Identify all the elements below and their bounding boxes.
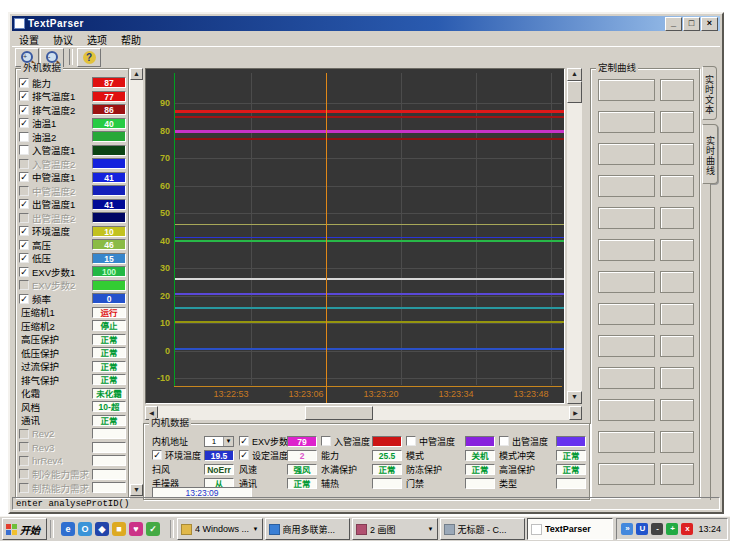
maximize-button[interactable]: □ xyxy=(683,17,700,31)
chevron-down-icon[interactable]: ▼ xyxy=(223,437,233,446)
checkbox-中管温度[interactable] xyxy=(406,436,416,446)
custom-curve-slot[interactable] xyxy=(598,143,655,165)
scrollbar-thumb[interactable] xyxy=(305,406,373,420)
custom-curve-slot[interactable] xyxy=(598,431,655,453)
task-button-3[interactable]: 2 画图▼ xyxy=(352,518,438,540)
title-bar[interactable]: TextParser _ □ × xyxy=(12,16,720,31)
chart-cursor-line[interactable] xyxy=(326,73,327,403)
custom-curve-value-slot[interactable] xyxy=(660,79,694,101)
custom-curve-slot[interactable] xyxy=(598,207,655,229)
checkbox-油温1[interactable]: ✓ xyxy=(19,118,29,128)
checkbox-EXV步数[interactable]: ✓ xyxy=(239,436,249,446)
custom-curve-value-slot[interactable] xyxy=(660,143,694,165)
checkbox-中管温度2[interactable] xyxy=(19,186,29,196)
checkbox-出管温度[interactable] xyxy=(499,436,509,446)
checkbox-入管温度1[interactable] xyxy=(19,145,29,155)
checkbox-高压[interactable]: ✓ xyxy=(19,240,29,250)
custom-curve-slot[interactable] xyxy=(598,175,655,197)
start-button[interactable]: 开始 xyxy=(2,518,47,540)
checkbox-制冷能力需求[interactable] xyxy=(19,469,29,479)
chart-vertical-scrollbar[interactable]: ▲▼ xyxy=(567,68,582,404)
checkbox-排气温度1[interactable]: ✓ xyxy=(19,91,29,101)
task-button-4[interactable]: 无标题 - C... xyxy=(440,518,526,540)
task-button-1[interactable]: 4 Windows ...▼ xyxy=(177,518,263,540)
tray-icon-5[interactable]: x xyxy=(681,523,693,535)
checkbox-环境温度[interactable]: ✓ xyxy=(152,450,162,460)
indoor-address-dropdown[interactable]: 1▼ xyxy=(204,436,234,447)
checkbox-EXV步数1[interactable]: ✓ xyxy=(19,267,29,277)
tab-实时曲线[interactable]: 实时曲线 xyxy=(702,124,718,184)
custom-curve-value-slot[interactable] xyxy=(660,431,694,453)
task-button-5[interactable]: TextParser xyxy=(527,518,613,540)
tray-icon-2[interactable]: U xyxy=(636,523,648,535)
checkbox-EXV步数2[interactable] xyxy=(19,280,29,290)
custom-curve-slot[interactable] xyxy=(598,271,655,293)
chevron-down-icon[interactable]: ▼ xyxy=(253,526,259,532)
custom-curve-value-slot[interactable] xyxy=(660,207,694,229)
menu-item-2[interactable]: 协议 xyxy=(46,32,80,47)
checkbox-设定温度[interactable]: ✓ xyxy=(239,450,249,460)
outdoor-scrollbar[interactable]: ▲▼ xyxy=(130,68,143,496)
menu-item-3[interactable]: 选项 xyxy=(80,32,114,47)
checkbox-频率[interactable]: ✓ xyxy=(19,294,29,304)
custom-curve-value-slot[interactable] xyxy=(660,239,694,261)
scroll-up-arrow-icon[interactable]: ▲ xyxy=(130,68,143,80)
custom-curve-value-slot[interactable] xyxy=(660,367,694,389)
custom-curve-value-slot[interactable] xyxy=(660,111,694,133)
quick-launch-icon-4[interactable]: ■ xyxy=(112,522,126,536)
custom-curve-value-slot[interactable] xyxy=(660,463,694,485)
scrollbar-thumb[interactable] xyxy=(567,81,582,103)
custom-curve-value-slot[interactable] xyxy=(660,175,694,197)
checkbox-入管温度[interactable] xyxy=(321,436,331,446)
menu-item-4[interactable]: 帮助 xyxy=(114,32,148,47)
help-button[interactable]: ? xyxy=(77,48,101,67)
custom-curve-value-slot[interactable] xyxy=(660,271,694,293)
minimize-button[interactable]: _ xyxy=(665,17,682,31)
chevron-down-icon[interactable]: ▼ xyxy=(428,526,434,532)
quick-launch-icon-2[interactable]: O xyxy=(78,522,92,536)
checkbox-Rev2[interactable] xyxy=(19,429,29,439)
custom-curve-slot[interactable] xyxy=(598,303,655,325)
menu-item-1[interactable]: 设置 xyxy=(12,32,46,47)
checkbox-中管温度1[interactable]: ✓ xyxy=(19,172,29,182)
quick-launch-icon-1[interactable]: e xyxy=(61,522,75,536)
scroll-down-arrow-icon[interactable]: ▼ xyxy=(567,391,582,404)
scrollbar-track[interactable] xyxy=(567,68,582,404)
task-button-2[interactable]: 商用多联第... xyxy=(265,518,351,540)
custom-curve-value-slot[interactable] xyxy=(660,335,694,357)
custom-curve-slot[interactable] xyxy=(598,367,655,389)
custom-curve-slot[interactable] xyxy=(598,463,655,485)
chart-horizontal-scrollbar[interactable]: ◀▶ xyxy=(145,406,582,420)
custom-curve-slot[interactable] xyxy=(598,111,655,133)
scroll-right-arrow-icon[interactable]: ▶ xyxy=(569,406,582,420)
scroll-up-arrow-icon[interactable]: ▲ xyxy=(567,68,582,81)
checkbox-hrRev4[interactable] xyxy=(19,456,29,466)
tray-icon-4[interactable]: + xyxy=(666,523,678,535)
quick-launch-icon-3[interactable]: ◆ xyxy=(95,522,109,536)
checkbox-环境温度[interactable]: ✓ xyxy=(19,226,29,236)
chart-plot[interactable]: 9080706050403020100-1013:22:5313:23:0613… xyxy=(145,68,565,404)
quick-launch-icon-6[interactable]: ✓ xyxy=(146,522,160,536)
checkbox-制热能力需求[interactable] xyxy=(19,483,29,493)
custom-curve-slot[interactable] xyxy=(598,335,655,357)
checkbox-排气温度2[interactable]: ✓ xyxy=(19,105,29,115)
tray-icon-3[interactable]: - xyxy=(651,523,663,535)
tray-icon-1[interactable]: » xyxy=(621,523,633,535)
scroll-down-arrow-icon[interactable]: ▼ xyxy=(130,484,143,496)
tab-实时文本[interactable]: 实时文本 xyxy=(702,66,717,120)
quick-launch-icon-5[interactable]: ♥ xyxy=(129,522,143,536)
scrollbar-track[interactable] xyxy=(130,68,143,496)
custom-curve-slot[interactable] xyxy=(598,399,655,421)
custom-curve-value-slot[interactable] xyxy=(660,303,694,325)
custom-curve-slot[interactable] xyxy=(598,239,655,261)
checkbox-入管温度2[interactable] xyxy=(19,159,29,169)
checkbox-出管温度2[interactable] xyxy=(19,213,29,223)
checkbox-低压[interactable]: ✓ xyxy=(19,253,29,263)
custom-curve-slot[interactable] xyxy=(598,79,655,101)
checkbox-出管温度1[interactable]: ✓ xyxy=(19,199,29,209)
checkbox-Rev3[interactable] xyxy=(19,442,29,452)
close-button[interactable]: × xyxy=(701,17,718,31)
checkbox-能力[interactable]: ✓ xyxy=(19,78,29,88)
checkbox-油温2[interactable] xyxy=(19,132,29,142)
custom-curve-value-slot[interactable] xyxy=(660,399,694,421)
